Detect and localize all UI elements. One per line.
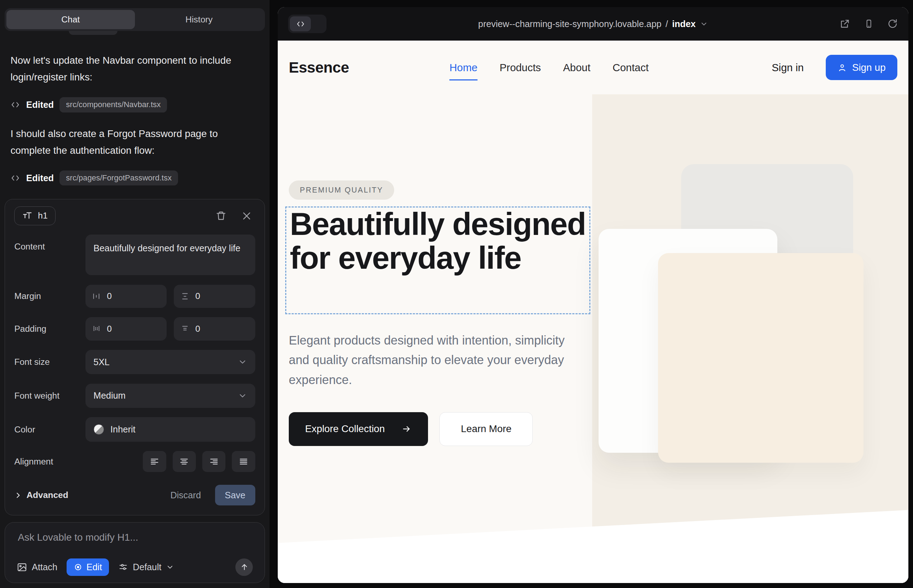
arrow-right-icon [401,424,412,433]
site-preview: Essence Home Products About Contact Sign… [278,40,908,583]
edited-file-row: Edited src/components/Navbar.tsx [10,97,259,112]
preview-browser-window: preview--charming-site-symphony.lovable.… [278,7,908,583]
margin-horizontal-input[interactable]: 0 [86,285,167,308]
file-chip[interactable]: src/components/Navbar.tsx [60,97,167,112]
chevron-down-icon [166,563,174,571]
alignment-row: Alignment [14,451,255,472]
content-input[interactable]: Beautifully designed for everyday life [86,234,255,275]
padding-horizontal-icon [92,325,100,333]
save-button[interactable]: Save [215,485,255,506]
url-separator: / [665,19,668,29]
site-navbar: Essence Home Products About Contact Sign… [278,40,908,94]
margin-horizontal-icon [92,292,100,300]
code-view-toggle[interactable] [288,15,327,33]
padding-label: Padding [14,324,85,334]
discard-button[interactable]: Discard [170,490,201,501]
edit-mode-button[interactable]: Edit [66,559,109,576]
inspector-header: h1 [14,207,255,225]
align-center-button[interactable] [173,451,196,472]
delete-element-icon[interactable] [216,211,226,221]
nav-link-about[interactable]: About [563,61,590,74]
font-weight-row: Font weight Medium [14,384,255,408]
tab-chat[interactable]: Chat [6,10,135,29]
selected-element-tag: h1 [38,211,48,221]
chrome-actions [840,18,898,29]
hero-cta-group: Explore Collection Learn More [289,412,533,446]
mobile-view-icon[interactable] [864,18,874,29]
chat-messages[interactable]: Now let's update the Navbar component to… [5,31,265,199]
hero-heading[interactable]: Beautifully designed for everyday life [290,207,586,275]
prompt-input[interactable] [13,532,256,543]
padding-vertical-icon [181,325,189,333]
attach-button[interactable]: Attach [17,562,57,572]
file-chip[interactable]: src/pages/ForgotPassword.tsx [60,171,178,186]
margin-label: Margin [14,291,85,301]
explore-collection-button[interactable]: Explore Collection [289,412,428,446]
route-name: index [672,19,696,29]
typography-icon [22,211,32,220]
font-weight-select[interactable]: Medium [86,384,255,408]
content-row: Content Beautifully designed for everyda… [14,234,255,275]
inspector-footer: Advanced Discard Save [14,485,255,506]
edited-label: Edited [26,173,54,183]
tab-history[interactable]: History [135,10,264,29]
chevron-down-icon [238,357,247,367]
nav-link-contact[interactable]: Contact [612,61,648,74]
app: Chat History Now let's update the Navbar… [0,0,913,588]
margin-row: Margin 0 0 [14,285,255,308]
chevron-right-icon [14,491,22,499]
color-label: Color [14,425,85,435]
color-select[interactable]: Inherit [86,417,255,442]
align-left-button[interactable] [143,451,166,472]
sign-in-link[interactable]: Sign in [772,61,804,74]
align-right-button[interactable] [202,451,225,472]
sign-up-button[interactable]: Sign up [826,55,897,80]
selected-element-outline[interactable]: Beautifully designed for everyday life [285,207,590,314]
model-selector[interactable]: Default [118,562,174,572]
decorative-card-beige [658,253,863,463]
nav-link-home[interactable]: Home [449,61,477,74]
code-icon [290,16,311,32]
sliders-icon [118,562,128,572]
margin-vertical-input[interactable]: 0 [174,285,255,308]
preview-url: preview--charming-site-symphony.lovable.… [478,19,662,29]
font-size-select[interactable]: 5XL [86,350,255,375]
nav-link-products[interactable]: Products [500,61,541,74]
send-button[interactable] [235,559,253,576]
close-icon[interactable] [241,211,252,221]
assistant-message: I should also create a Forgot Password p… [10,125,259,159]
inspector-actions [216,211,255,221]
target-icon [74,563,83,572]
font-size-row: Font size 5XL [14,350,255,375]
advanced-toggle[interactable]: Advanced [14,490,68,500]
code-icon [10,174,20,183]
chevron-down-icon [238,391,247,401]
selected-element-pill[interactable]: h1 [14,207,55,225]
padding-horizontal-input[interactable]: 0 [86,317,167,340]
alignment-label: Alignment [14,457,85,467]
hero-paragraph: Elegant products designed with intention… [289,331,568,390]
align-justify-button[interactable] [232,451,255,472]
font-weight-label: Font weight [14,391,85,401]
site-logo[interactable]: Essence [289,59,349,76]
content-label: Content [14,234,85,252]
url-bar[interactable]: preview--charming-site-symphony.lovable.… [478,19,708,29]
color-swatch [94,424,104,435]
nav-links: Home Products About Contact [449,61,648,74]
chat-sidebar: Chat History Now let's update the Navbar… [0,0,270,588]
composer-toolbar: Attach Edit Default [13,559,256,576]
edited-label: Edited [26,100,54,110]
refresh-icon[interactable] [887,18,898,29]
font-size-label: Font size [14,357,85,367]
open-external-icon[interactable] [840,18,850,29]
code-icon [10,100,20,109]
learn-more-button[interactable]: Learn More [439,412,533,446]
premium-quality-badge: PREMIUM QUALITY [289,181,394,200]
sidebar-tabs: Chat History [5,8,265,31]
padding-vertical-input[interactable]: 0 [174,317,255,340]
padding-row: Padding 0 0 [14,317,255,340]
assistant-message: Now let's update the Navbar component to… [10,52,259,86]
preview-pane: preview--charming-site-symphony.lovable.… [270,0,913,588]
color-row: Color Inherit [14,417,255,442]
attach-image-icon [17,562,27,572]
